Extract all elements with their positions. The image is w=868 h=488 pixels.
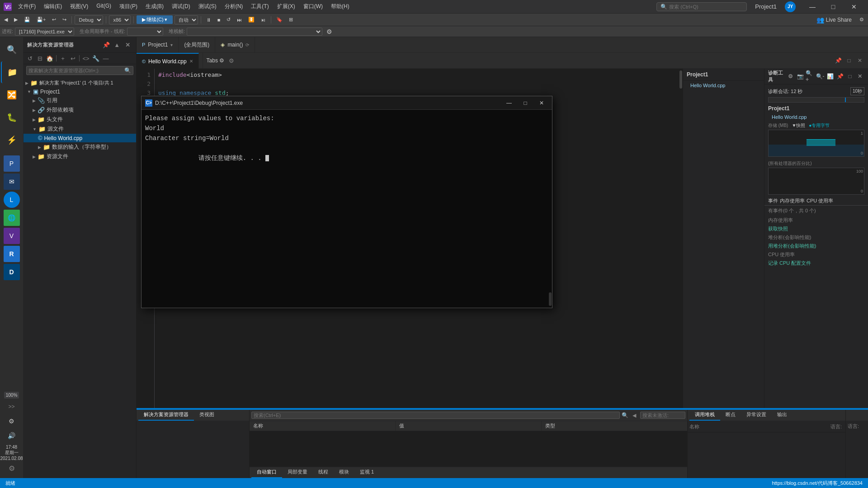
sidebar-close-icon[interactable]: ✕ — [123, 40, 132, 49]
menu-file[interactable]: 文件(F) — [14, 2, 39, 11]
tab-output[interactable]: 输出 — [772, 409, 793, 421]
tab-watch1[interactable]: 监视 1 — [354, 467, 379, 478]
title-search-input[interactable] — [669, 4, 737, 9]
events-tab[interactable]: 事件 — [768, 197, 778, 204]
diag-camera-icon[interactable]: 📷 — [796, 72, 805, 81]
tree-project[interactable]: ▼ ▣ Project1 — [24, 87, 136, 96]
menu-git[interactable]: Git(G) — [93, 2, 115, 11]
activity-extensions[interactable]: ⚡ — [1, 129, 23, 151]
menu-analyze[interactable]: 分析(N) — [221, 2, 247, 11]
chevron-right-icon[interactable]: >> — [5, 400, 18, 413]
diag-settings-icon[interactable]: ⚙ — [786, 72, 795, 81]
toolbar-forward[interactable]: ▶ — [12, 16, 20, 23]
cpu-tab[interactable]: CPU 使用率 — [807, 197, 833, 204]
tree-references[interactable]: ▶ 📎 引用 — [24, 96, 136, 105]
activity-git[interactable]: 🔀 — [1, 84, 23, 106]
activity-search[interactable]: 🔍 — [1, 39, 23, 61]
code-icon[interactable]: <> — [81, 54, 90, 63]
diag-zoom-in-icon[interactable]: 🔍+ — [806, 72, 815, 81]
home-icon[interactable]: 🏠 — [45, 54, 54, 63]
menu-edit[interactable]: 编辑(E) — [40, 2, 66, 11]
toolbar-stepout[interactable]: ⏯ — [259, 16, 268, 23]
tree-external[interactable]: ▶ 🔗 外部依赖项 — [24, 105, 136, 115]
debug-config-dropdown[interactable]: Debug — [75, 15, 103, 24]
stack-settings[interactable]: ⚙ — [324, 27, 335, 36]
console-close[interactable]: ✕ — [535, 98, 548, 108]
menu-test[interactable]: 测试(S) — [195, 2, 220, 11]
toolbar-stepinto[interactable]: ⏬ — [246, 16, 257, 23]
sidebar-search[interactable]: 🔍 — [26, 66, 133, 75]
settings-icon[interactable]: ⚙ — [5, 462, 18, 474]
app-icon-mail[interactable]: ✉ — [4, 174, 20, 190]
tab-exceptions[interactable]: 异常设置 — [741, 409, 772, 421]
toolbar-stop[interactable]: ■ — [215, 16, 223, 23]
maximize-button[interactable]: □ — [823, 0, 844, 14]
tab-threads[interactable]: 线程 — [313, 467, 334, 478]
menu-help[interactable]: 帮助(H) — [327, 2, 353, 11]
panel-pin-icon[interactable]: 📌 — [834, 56, 843, 65]
app-icon-d[interactable]: D — [4, 264, 20, 280]
activity-debug[interactable]: 🐛 — [1, 107, 23, 128]
tab-project[interactable]: P Project1 ▾ — [137, 37, 179, 52]
tab-class-view[interactable]: 类视图 — [194, 409, 220, 421]
process-selector[interactable]: [17160] Project1.exe — [15, 28, 74, 36]
sidebar-pin-icon[interactable]: 📌 — [102, 40, 111, 49]
activity-explorer[interactable]: 📁 — [1, 61, 23, 83]
tab-modules[interactable]: 模块 — [334, 467, 354, 478]
diag-pin-icon[interactable]: 📌 — [835, 72, 844, 81]
toolbar-save[interactable]: 💾 — [22, 16, 33, 23]
memory-filter2[interactable]: ●专用字节 — [809, 122, 830, 129]
toolbar-restart[interactable]: ↺ — [224, 16, 233, 23]
diag-close-icon[interactable]: ✕ — [855, 72, 864, 81]
tab-callstack[interactable]: 调用堆栈 — [689, 409, 720, 421]
menu-extensions[interactable]: 扩展(X) — [274, 2, 299, 11]
memory-tab[interactable]: 内存使用率 — [780, 197, 805, 204]
menu-debug[interactable]: 调试(D) — [168, 2, 194, 11]
diag-float-icon[interactable]: □ — [845, 72, 854, 81]
heap-link[interactable]: 用堆分析(会影响性能) — [764, 242, 868, 250]
extension-settings[interactable]: ⚙ — [857, 16, 866, 23]
locals-search-input[interactable] — [251, 412, 620, 419]
file-close-icon[interactable]: ✕ — [189, 59, 193, 64]
diag-file[interactable]: Hello World.cpp — [764, 113, 868, 121]
refresh-icon[interactable]: ↺ — [25, 54, 34, 63]
toolbar-redo[interactable]: ↪ — [60, 16, 69, 23]
menu-build[interactable]: 生成(B) — [142, 2, 167, 11]
close-button[interactable]: ✕ — [844, 0, 864, 14]
toolbar-breakall[interactable]: ⏸ — [204, 16, 213, 23]
tab-solution-explorer[interactable]: 解决方案资源管理器 — [138, 409, 194, 421]
collapse-icon[interactable]: ⊟ — [35, 54, 44, 63]
panel-float-icon[interactable]: □ — [844, 56, 854, 65]
locals-body[interactable] — [250, 431, 687, 467]
live-share-button[interactable]: 👥 Live Share — [813, 15, 855, 24]
prev-result-icon[interactable]: ◀ — [630, 412, 638, 419]
tabs-settings-icon[interactable]: ⚙ — [227, 56, 236, 65]
status-url[interactable]: https://blog.csdn.net/代码博客_50662834 — [770, 480, 864, 487]
menu-view[interactable]: 视图(V) — [66, 2, 92, 11]
tree-inputdata[interactable]: ▶ 📁 数据的输入（字符串型） — [24, 142, 136, 152]
status-ready[interactable]: 就绪 — [4, 480, 17, 487]
add-icon[interactable]: + — [58, 54, 67, 63]
menu-tools[interactable]: 工具(T) — [247, 2, 272, 11]
tab-nav-icon[interactable]: ⟳ — [245, 42, 249, 47]
minimize-button[interactable]: — — [802, 0, 823, 14]
sidebar-up-icon[interactable]: ▲ — [113, 40, 122, 49]
user-avatar[interactable]: JY — [785, 1, 796, 12]
toolbar-bookmark[interactable]: 🔖 — [274, 16, 285, 23]
event-selector[interactable] — [127, 28, 163, 36]
app-icon-vs[interactable]: V — [4, 228, 20, 244]
tab-auto[interactable]: 自动窗口 — [251, 467, 282, 478]
tree-headers[interactable]: ▶ 📁 头文件 — [24, 115, 136, 124]
undo-small-icon[interactable]: ↩ — [68, 54, 77, 63]
menu-project[interactable]: 项目(P) — [116, 2, 141, 11]
tab-function[interactable]: ◈ main() ⟳ — [215, 37, 255, 52]
toolbar-stepover[interactable]: ⏭ — [235, 16, 244, 23]
app-icon-chrome[interactable]: 🌐 — [4, 210, 20, 226]
search-term-input[interactable] — [640, 412, 685, 419]
tab-breakpoints[interactable]: 断点 — [720, 409, 741, 421]
title-search[interactable]: 🔍 — [656, 2, 747, 11]
sound-icon[interactable]: 🔊 — [5, 429, 18, 442]
panel-close-icon[interactable]: ✕ — [855, 56, 864, 65]
properties-icon[interactable]: 🔧 — [91, 54, 100, 63]
tabs-panel-file[interactable]: Hello World.cpp — [683, 81, 764, 90]
